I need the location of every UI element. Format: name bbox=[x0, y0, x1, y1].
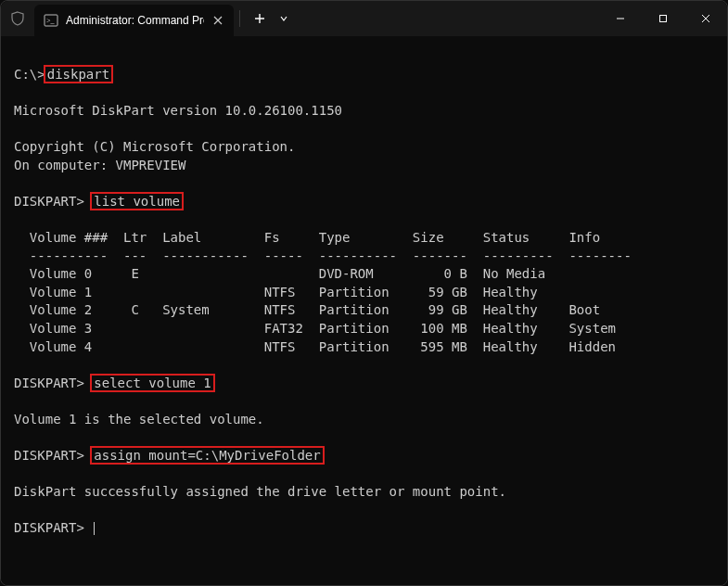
cmd-icon: >_ bbox=[44, 13, 58, 28]
svg-rect-2 bbox=[660, 16, 667, 22]
minimize-button[interactable] bbox=[599, 1, 642, 36]
table-header: Volume ### Ltr Label Fs Type Size Status… bbox=[14, 230, 600, 245]
table-row: Volume 0 E DVD-ROM 0 B No Media bbox=[14, 266, 545, 281]
highlight-cmd-assign-mount: assign mount=C:\MyDriveFolder bbox=[90, 446, 324, 465]
tab-active[interactable]: >_ Administrator: Command Pro bbox=[34, 5, 234, 36]
terminal-window: >_ Administrator: Command Pro C:\>diskpa… bbox=[0, 0, 728, 586]
tab-dropdown-icon[interactable] bbox=[274, 6, 294, 32]
banner-line: Microsoft DiskPart version 10.0.26100.11… bbox=[14, 103, 342, 118]
terminal-output: C:\>diskpart Microsoft DiskPart version … bbox=[14, 66, 714, 538]
highlight-cmd-diskpart: diskpart bbox=[44, 65, 113, 83]
svg-text:>_: >_ bbox=[46, 17, 56, 25]
prompt: DISKPART> bbox=[14, 376, 84, 390]
table-row: Volume 1 NTFS Partition 59 GB Healthy bbox=[14, 285, 538, 299]
table-row: Volume 2 C System NTFS Partition 99 GB H… bbox=[14, 302, 600, 317]
app-shield-badge bbox=[1, 11, 34, 26]
table-divider: ---------- --- ----------- ----- -------… bbox=[14, 248, 632, 263]
tab-title: Administrator: Command Pro bbox=[66, 14, 204, 27]
table-row: Volume 3 FAT32 Partition 100 MB Healthy … bbox=[14, 321, 616, 336]
prompt: DISKPART> bbox=[14, 194, 84, 209]
maximize-button[interactable] bbox=[642, 1, 684, 36]
table-row: Volume 4 NTFS Partition 595 MB Healthy H… bbox=[14, 339, 616, 354]
close-button[interactable] bbox=[684, 1, 727, 36]
cursor bbox=[94, 522, 95, 535]
response-line: Volume 1 is the selected volume. bbox=[14, 412, 264, 427]
prompt: C:\> bbox=[14, 67, 45, 82]
tab-close-icon[interactable] bbox=[211, 11, 224, 30]
prompt: DISKPART> bbox=[14, 520, 84, 535]
banner-line: On computer: VMPREVIEW bbox=[14, 158, 185, 172]
highlight-cmd-select-volume: select volume 1 bbox=[90, 374, 214, 392]
response-line: DiskPart successfully assigned the drive… bbox=[14, 484, 506, 499]
terminal-content[interactable]: C:\>diskpart Microsoft DiskPart version … bbox=[1, 36, 727, 585]
new-tab-button[interactable] bbox=[246, 6, 274, 32]
banner-line: Copyright (C) Microsoft Corporation. bbox=[14, 139, 295, 154]
tab-separator bbox=[239, 10, 240, 27]
titlebar: >_ Administrator: Command Pro bbox=[1, 1, 727, 36]
highlight-cmd-list-volume: list volume bbox=[90, 192, 184, 210]
prompt: DISKPART> bbox=[14, 448, 84, 463]
